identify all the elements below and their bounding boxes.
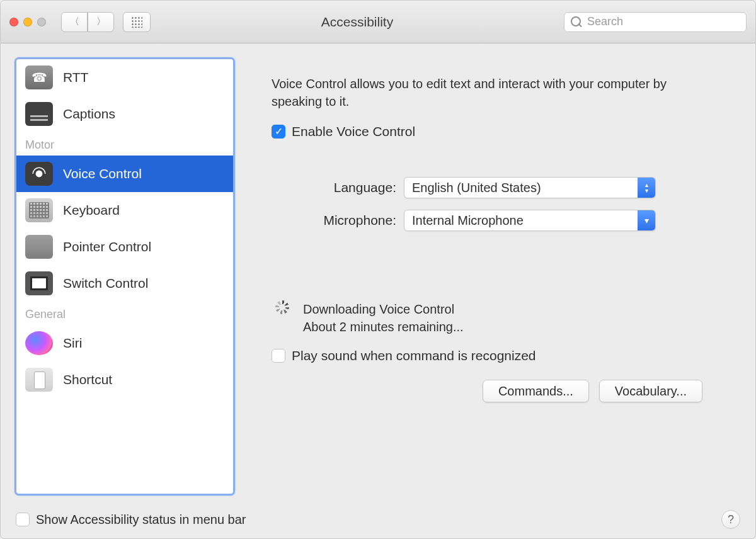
sidebar-item-voice-control[interactable]: Voice Control [16,156,233,192]
sidebar-item-label: Captions [63,106,115,122]
sidebar-item-keyboard[interactable]: Keyboard [16,192,233,229]
window-minimize[interactable] [23,18,32,26]
download-status: Downloading Voice Control About 2 minute… [272,300,716,336]
download-status-text: Downloading Voice Control About 2 minute… [303,300,464,336]
help-icon: ? [728,513,734,526]
sidebar-item-pointer-control[interactable]: Pointer Control [16,229,233,265]
search-field-wrap[interactable] [564,12,747,32]
traffic-lights [9,18,46,26]
sidebar-item-label: Siri [63,336,82,351]
sidebar-item-label: Voice Control [63,166,142,181]
forward-button[interactable]: 〉 [88,12,114,32]
window-zoom[interactable] [37,18,46,26]
sidebar-item-captions[interactable]: Captions [16,96,233,132]
sidebar-item-siri[interactable]: Siri [16,325,233,361]
language-label: Language: [302,180,396,195]
show-status-row[interactable]: Show Accessibility status in menu bar [16,513,246,527]
sidebar-item-rtt[interactable]: ☎ RTT [16,59,233,96]
svg-point-0 [36,171,43,178]
play-sound-checkbox[interactable] [272,349,285,363]
voice-control-pane: Voice Control allows you to edit text an… [246,57,742,496]
play-sound-row[interactable]: Play sound when command is recognized [272,348,716,363]
download-line-1: Downloading Voice Control [303,300,464,318]
sidebar-item-label: Pointer Control [63,239,151,254]
sidebar-item-label: RTT [63,70,88,85]
vocabulary-button[interactable]: Vocabulary... [599,380,702,402]
footer: Show Accessibility status in menu bar ? [1,501,755,538]
help-button[interactable]: ? [721,510,740,529]
accessibility-window: 〈 〉 Accessibility ☎ RTT Captions Motor [0,0,756,539]
language-row: Language: English (United States) [302,177,656,198]
action-buttons: Commands... Vocabulary... [272,380,716,402]
pointer-icon [25,235,53,259]
pane-description: Voice Control allows you to edit text an… [272,75,713,110]
sidebar-item-label: Keyboard [63,203,120,218]
form-rows: Language: English (United States) Microp… [272,177,716,231]
content: ☎ RTT Captions Motor Voice Control Ke [1,43,755,501]
microphone-row: Microphone: Internal Microphone [302,210,656,231]
enable-voice-control-row[interactable]: ✓ Enable Voice Control [272,124,716,139]
sidebar-item-shortcut[interactable]: Shortcut [16,361,233,398]
show-status-checkbox[interactable] [16,513,30,526]
captions-icon [25,102,53,126]
rtt-icon: ☎ [25,65,53,89]
microphone-select[interactable]: Internal Microphone [404,210,656,231]
search-input[interactable] [587,15,740,28]
language-value: English (United States) [404,178,638,198]
category-scroll[interactable]: ☎ RTT Captions Motor Voice Control Ke [16,59,233,494]
section-motor: Motor [16,132,233,156]
keyboard-icon [25,198,53,222]
window-close[interactable] [9,18,18,26]
section-general: General [16,302,233,325]
language-select[interactable]: English (United States) [404,177,656,198]
microphone-label: Microphone: [302,213,396,228]
enable-voice-control-label: Enable Voice Control [292,124,415,139]
sidebar-item-label: Shortcut [63,372,112,387]
back-button[interactable]: 〈 [61,12,88,32]
nav-buttons: 〈 〉 [61,12,114,32]
sidebar-item-label: Switch Control [63,276,148,291]
voice-control-icon [25,162,53,186]
commands-button[interactable]: Commands... [483,380,589,402]
microphone-value: Internal Microphone [404,210,638,230]
chevron-right-icon: 〉 [96,16,106,28]
category-list: ☎ RTT Captions Motor Voice Control Ke [14,57,235,496]
show-status-label: Show Accessibility status in menu bar [36,513,246,527]
sidebar-item-switch-control[interactable]: Switch Control [16,265,233,302]
chevron-left-icon: 〈 [70,16,79,28]
updown-icon [638,178,655,198]
shortcut-icon [25,368,53,392]
enable-voice-control-checkbox[interactable]: ✓ [272,125,285,139]
grid-icon [131,16,142,28]
search-icon [571,16,582,28]
check-icon: ✓ [275,127,283,137]
window-title: Accessibility [159,14,555,30]
toolbar: 〈 〉 Accessibility [1,1,755,43]
switch-icon [25,271,53,295]
download-line-2: About 2 minutes remaining... [303,318,464,336]
show-all-button[interactable] [123,12,151,32]
chevron-down-icon [638,210,655,230]
siri-icon [25,331,53,355]
spinner-icon [275,300,289,314]
play-sound-label: Play sound when command is recognized [292,348,536,363]
